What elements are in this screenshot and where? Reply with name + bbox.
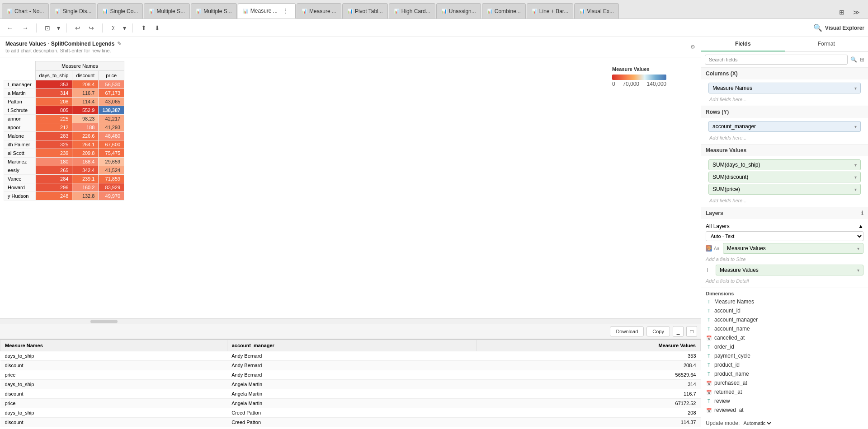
view-dropdown-btn[interactable]: ▾ (55, 22, 62, 34)
field-name: account_id (714, 308, 741, 314)
horizontal-scrollbar[interactable] (90, 320, 118, 323)
cell-price: 75,475 (99, 149, 124, 158)
dimension-item[interactable]: Treview (701, 396, 868, 406)
table-row: Patton 208 114.4 43,065 (4, 98, 124, 106)
dimension-item[interactable]: 📅reviewed_at (701, 406, 868, 415)
expand-btn[interactable]: □ (686, 326, 697, 337)
edit-title-icon[interactable]: ✎ (117, 41, 122, 47)
row-label: t_manager (4, 80, 36, 89)
field-name: purchased_at (714, 380, 747, 386)
sort-asc-btn[interactable]: ⬆ (137, 22, 150, 34)
tab-multiple-s1[interactable]: 📊 Multiple S... (144, 3, 190, 19)
agg-dropdown-btn[interactable]: ▾ (121, 22, 128, 34)
chart-settings-btn[interactable]: ⚙ (690, 44, 695, 50)
search-icon[interactable]: 🔍 (850, 56, 857, 63)
action-bar: Download Copy _ □ (0, 324, 701, 339)
row-label: Martinez (4, 158, 36, 166)
row-label: apoor (4, 123, 36, 132)
tab-pivot[interactable]: 📊 Pivot Tabl... (342, 3, 388, 19)
minimize-btn[interactable]: _ (673, 326, 684, 337)
tab-fields[interactable]: Fields (701, 37, 785, 51)
tab-highcard[interactable]: 📊 High Card... (389, 3, 435, 19)
cell-discount: 168.4 (72, 158, 99, 166)
layer-type-select[interactable]: Auto - Text (706, 231, 863, 241)
field-icon: T (706, 372, 712, 377)
cell-measure: discount (0, 389, 227, 399)
tab-measure2[interactable]: 📊 Measure ... (297, 3, 341, 19)
redo-btn[interactable]: ↪ (85, 22, 98, 34)
copy-btn[interactable]: Copy (646, 326, 670, 336)
dimension-item[interactable]: Taccount_manager (701, 315, 868, 324)
sum-discount-pill[interactable]: SUM(discount) ▾ (708, 172, 861, 182)
dimension-item[interactable]: 📅purchased_at (701, 378, 868, 387)
tab-visualex[interactable]: 📊 Visual Ex... (574, 3, 619, 19)
tab-label: Visual Ex... (587, 8, 614, 14)
columns-section-header[interactable]: Columns (X) (701, 68, 868, 79)
tab-format[interactable]: Format (785, 37, 868, 51)
view-btn[interactable]: ⊡ (41, 22, 54, 34)
tab-label: Chart - No... (14, 8, 44, 14)
tab-label: Measure ... (250, 8, 278, 14)
layers-section-header[interactable]: Layers ℹ (701, 207, 868, 219)
table-row: Vance 284 239.1 71,859 (4, 175, 124, 183)
agg-btn[interactable]: Σ (107, 22, 120, 34)
tab-single-co[interactable]: 📊 Single Co... (97, 3, 143, 19)
dimension-item[interactable]: Tproduct_id (701, 360, 868, 369)
tab-single-dis[interactable]: 📊 Single Dis... (50, 3, 96, 19)
tab-unassign[interactable]: 📊 Unassign... (436, 3, 481, 19)
more-tabs-btn[interactable]: ≫ (850, 6, 863, 19)
edit-btn[interactable]: ↩ (71, 22, 84, 34)
cell-measure: discount (0, 361, 227, 370)
cell-manager: Angela Martin (227, 399, 476, 408)
measure-names-label: Measure Names (712, 85, 752, 91)
sort-desc-btn[interactable]: ⬇ (151, 22, 164, 34)
layers-info-icon[interactable]: ℹ (861, 210, 863, 216)
back-btn[interactable]: ← (4, 22, 16, 34)
dimension-item[interactable]: Taccount_id (701, 306, 868, 315)
search-input[interactable] (705, 55, 848, 65)
layer-text-arrow: ▾ (857, 268, 859, 273)
measure-values-add-field[interactable]: Add fields here... (705, 196, 864, 205)
field-name: product_name (714, 371, 749, 377)
tab-measure1[interactable]: 📊 Measure ... ⋮ (238, 3, 296, 19)
add-detail-field[interactable]: Add a field to Detail (706, 277, 863, 285)
layer-text-measure-pill[interactable]: Measure Values ▾ (716, 265, 863, 275)
download-btn[interactable]: Download (610, 326, 644, 336)
all-layers-collapse-icon[interactable]: ▲ (858, 223, 863, 229)
table-row: y Hudson 248 132.8 49,970 (4, 192, 124, 201)
list-item: discount Creed Patton 114.37 (0, 418, 701, 427)
measure-names-pill[interactable]: Measure Names ▾ (708, 83, 861, 93)
dimension-item[interactable]: Taccount_name (701, 324, 868, 333)
dimension-item[interactable]: 📅cancelled_at (701, 333, 868, 342)
new-tab-btn[interactable]: ⊞ (835, 6, 848, 19)
layer-text-item: T Measure Values ▾ (706, 265, 863, 275)
cell-manager: Angela Martin (227, 380, 476, 389)
measure-values-section-header[interactable]: Measure Values (701, 145, 868, 156)
dimension-item[interactable]: Torder_id (701, 342, 868, 351)
tab-chart-no[interactable]: 📊 Chart - No... (2, 3, 49, 19)
layer-measure-values-pill[interactable]: Measure Values ▾ (723, 243, 863, 254)
rows-section-header[interactable]: Rows (Y) (701, 106, 868, 118)
columns-add-field[interactable]: Add fields here... (705, 95, 864, 104)
tab-linebar[interactable]: 📊 Line + Bar... (527, 3, 573, 19)
sum-days-pill[interactable]: SUM(days_to_ship) ▾ (708, 159, 861, 170)
cell-days: 284 (35, 175, 72, 183)
dimension-item[interactable]: Tpayment_cycle (701, 351, 868, 360)
forward-btn[interactable]: → (19, 22, 32, 34)
tab-more-icon[interactable]: ⋮ (280, 8, 291, 14)
dimension-item[interactable]: 📅returned_at (701, 387, 868, 396)
tab-multiple-s2[interactable]: 📊 Multiple S... (191, 3, 237, 19)
main-layout: Measure Values - Split/Combined Legends … (0, 37, 868, 429)
sum-price-pill[interactable]: SUM(price) ▾ (708, 184, 861, 195)
field-icon: 📅 (706, 390, 712, 395)
add-size-field[interactable]: Add a field to Size (706, 255, 863, 263)
update-mode-select[interactable]: Automatic (741, 420, 773, 426)
account-manager-pill[interactable]: account_manager ▾ (708, 121, 861, 132)
dimension-item[interactable]: TMeasure Names (701, 297, 868, 306)
toolbar-sep-3 (102, 23, 103, 33)
filter-icon[interactable]: ⊞ (860, 56, 864, 63)
tab-combine[interactable]: 📊 Combine... (482, 3, 526, 19)
dimension-item[interactable]: Tproduct_name (701, 369, 868, 378)
list-item: days_to_ship Andy Bernard 353 (0, 351, 701, 361)
rows-add-field[interactable]: Add fields here... (705, 133, 864, 142)
